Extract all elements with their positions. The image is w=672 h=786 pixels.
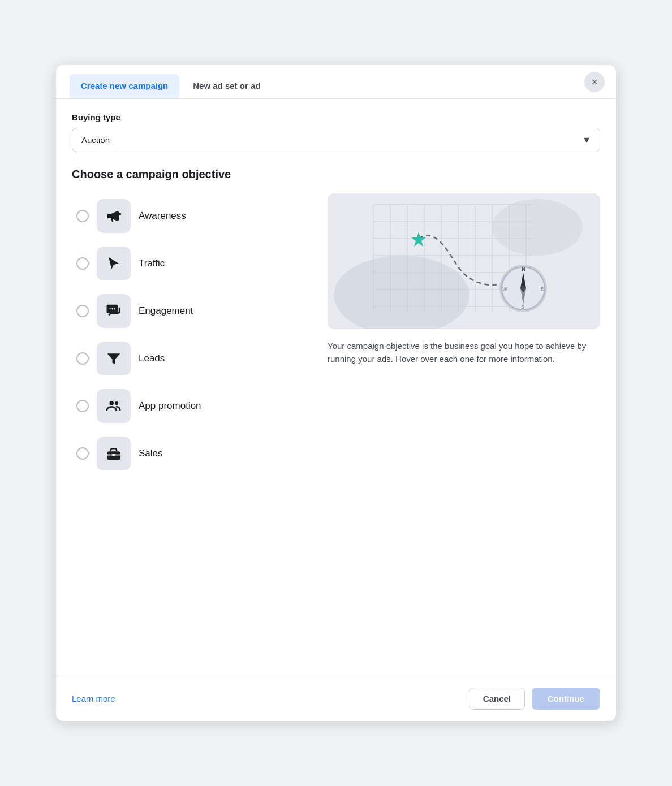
buying-type-select-wrapper: Auction Reservation ▼ xyxy=(72,128,600,152)
objectives-layout: Awareness Traffic xyxy=(72,193,600,476)
sales-icon-box xyxy=(97,437,131,470)
svg-point-5 xyxy=(110,401,114,405)
modal-body: Buying type Auction Reservation ▼ Choose… xyxy=(56,99,616,676)
objective-item-traffic[interactable]: Traffic xyxy=(72,241,309,286)
traffic-icon-box xyxy=(97,247,131,280)
cancel-button[interactable]: Cancel xyxy=(469,688,525,710)
filter-icon xyxy=(105,350,122,367)
modal-footer: Learn more Cancel Continue xyxy=(56,676,616,721)
continue-button[interactable]: Continue xyxy=(532,688,600,710)
chat-icon xyxy=(105,303,122,319)
svg-point-0 xyxy=(119,213,121,215)
objective-item-engagement[interactable]: Engagement xyxy=(72,288,309,334)
tab-create-campaign[interactable]: Create new campaign xyxy=(70,74,179,98)
traffic-label: Traffic xyxy=(139,258,165,269)
app-promotion-icon-box xyxy=(97,389,131,423)
svg-point-2 xyxy=(110,308,111,310)
radio-traffic[interactable] xyxy=(76,257,89,270)
radio-awareness[interactable] xyxy=(76,210,89,222)
objectives-list: Awareness Traffic xyxy=(72,193,309,476)
leads-label: Leads xyxy=(139,353,165,364)
objective-item-awareness[interactable]: Awareness xyxy=(72,193,309,239)
svg-point-33 xyxy=(521,286,525,291)
svg-point-4 xyxy=(114,308,115,310)
objective-item-sales[interactable]: Sales xyxy=(72,431,309,476)
radio-leads[interactable] xyxy=(76,352,89,365)
megaphone-icon xyxy=(105,208,122,224)
buying-type-section: Buying type Auction Reservation ▼ xyxy=(72,113,600,152)
objective-heading: Choose a campaign objective xyxy=(72,168,600,181)
engagement-icon-box xyxy=(97,294,131,328)
svg-point-6 xyxy=(115,401,118,405)
learn-more-link[interactable]: Learn more xyxy=(72,694,115,703)
modal-header: Create new campaign New ad set or ad × xyxy=(56,65,616,99)
radio-engagement[interactable] xyxy=(76,305,89,317)
objective-item-app-promotion[interactable]: App promotion xyxy=(72,383,309,429)
radio-sales[interactable] xyxy=(76,447,89,460)
footer-buttons: Cancel Continue xyxy=(469,688,600,710)
objective-info-panel: N E S W Your campaign objective is the b… xyxy=(328,193,600,476)
close-button[interactable]: × xyxy=(584,72,605,92)
awareness-label: Awareness xyxy=(139,210,186,222)
buying-type-select[interactable]: Auction Reservation xyxy=(72,128,600,152)
svg-text:S: S xyxy=(521,304,524,310)
cursor-icon xyxy=(105,255,122,272)
campaign-illustration: N E S W xyxy=(328,193,600,329)
awareness-icon-box xyxy=(97,199,131,233)
buying-type-label: Buying type xyxy=(72,113,600,122)
objective-description: Your campaign objective is the business … xyxy=(328,339,600,366)
briefcase-icon xyxy=(105,445,122,462)
sales-label: Sales xyxy=(139,448,163,459)
svg-text:N: N xyxy=(522,266,525,273)
radio-app-promotion[interactable] xyxy=(76,400,89,412)
people-icon xyxy=(105,398,122,414)
leads-icon-box xyxy=(97,342,131,375)
svg-point-3 xyxy=(111,308,113,310)
objective-item-leads[interactable]: Leads xyxy=(72,336,309,381)
tab-new-ad-set[interactable]: New ad set or ad xyxy=(182,74,272,98)
app-promotion-label: App promotion xyxy=(139,400,201,412)
svg-rect-9 xyxy=(113,454,115,456)
create-campaign-modal: Create new campaign New ad set or ad × B… xyxy=(56,65,616,721)
engagement-label: Engagement xyxy=(139,305,193,317)
svg-text:E: E xyxy=(541,286,544,292)
svg-text:W: W xyxy=(502,286,507,292)
svg-point-12 xyxy=(492,199,583,256)
